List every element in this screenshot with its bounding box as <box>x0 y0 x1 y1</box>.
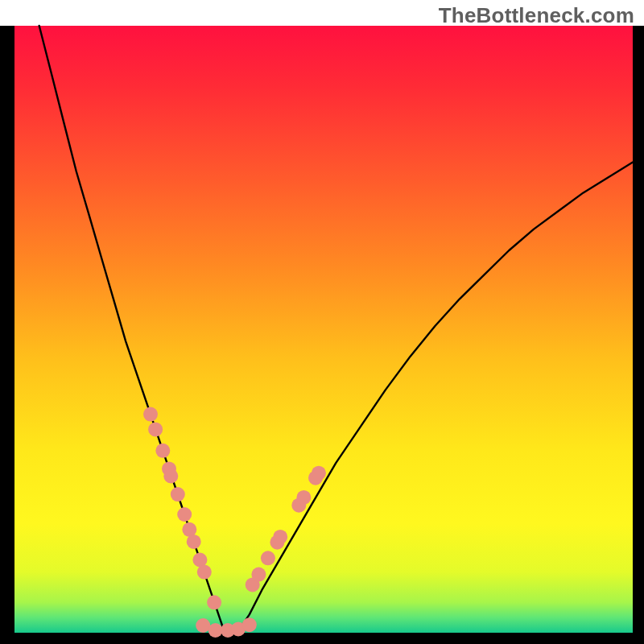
curve-marker <box>273 530 287 544</box>
curve-marker <box>155 444 170 458</box>
svg-rect-2 <box>633 26 644 633</box>
curve-marker <box>251 568 266 582</box>
curve-marker <box>208 623 223 638</box>
curve-marker <box>163 469 178 484</box>
curve-marker <box>187 535 201 549</box>
curve-marker <box>296 490 311 505</box>
curve-marker <box>312 466 326 481</box>
bottleneck-chart <box>0 0 644 644</box>
plot-background <box>14 26 633 633</box>
curve-marker <box>171 487 185 502</box>
curve-marker <box>197 565 212 580</box>
curve-marker <box>242 617 257 632</box>
watermark-text: TheBottleneck.com <box>439 3 634 28</box>
curve-marker <box>207 595 221 609</box>
curve-marker <box>143 407 158 422</box>
curve-marker <box>177 507 192 522</box>
chart-container: TheBottleneck.com <box>0 0 644 644</box>
svg-rect-0 <box>0 26 14 644</box>
curve-marker <box>148 422 163 436</box>
svg-rect-1 <box>0 633 644 644</box>
curve-marker <box>261 551 275 565</box>
curve-marker <box>196 618 210 633</box>
